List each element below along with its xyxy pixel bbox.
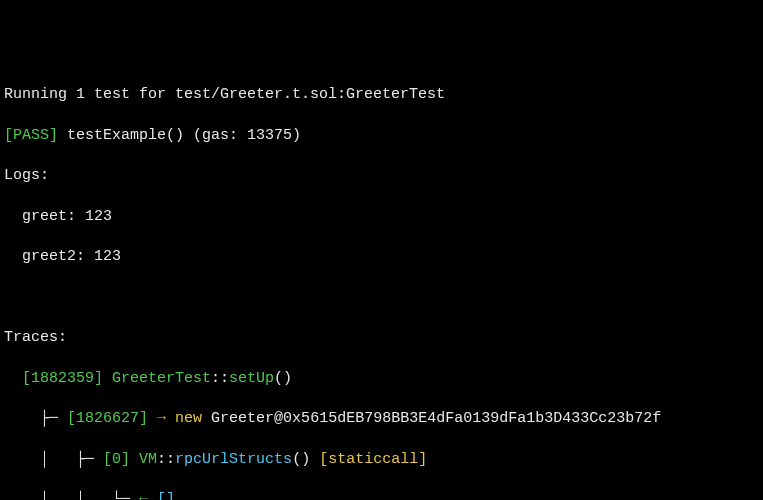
sep: :: — [157, 451, 175, 468]
fn: setUp — [229, 370, 274, 387]
logs-title: Logs: — [4, 166, 759, 186]
gas: [0] — [103, 451, 130, 468]
staticcall: [staticcall] — [319, 451, 427, 468]
pass-line: [PASS] testExample() (gas: 13375) — [4, 126, 759, 146]
empty-arr: [] — [157, 491, 175, 500]
trace-return: │ │ └─ ← [] — [4, 490, 759, 500]
pass-gas: (gas: 13375) — [193, 127, 301, 144]
gas: [1882359] — [22, 370, 103, 387]
gas: [1826627] — [67, 410, 148, 427]
pass-fn: testExample() — [67, 127, 184, 144]
trace-vm: │ ├─ [0] VM::rpcUrlStructs() [staticcall… — [4, 450, 759, 470]
arrow: ← — [139, 491, 148, 500]
log-entry: greet2: 123 — [4, 247, 759, 267]
new-target: Greeter@0x5615dEB798BB3E4dFa0139dFa1b3D4… — [211, 410, 661, 427]
contract: GreeterTest — [112, 370, 211, 387]
pass-tag: [PASS] — [4, 127, 58, 144]
trace-new: ├─ [1826627] → new Greeter@0x5615dEB798B… — [4, 409, 759, 429]
fn: rpcUrlStructs — [175, 451, 292, 468]
paren: () — [274, 370, 292, 387]
sep: :: — [211, 370, 229, 387]
vm: VM — [139, 451, 157, 468]
trace-setup: [1882359] GreeterTest::setUp() — [4, 369, 759, 389]
paren: () — [292, 451, 310, 468]
run-header: Running 1 test for test/Greeter.t.sol:Gr… — [4, 85, 759, 105]
arrow: → — [157, 410, 166, 427]
traces-title: Traces: — [4, 328, 759, 348]
new-kw: new — [175, 410, 202, 427]
blank — [4, 288, 759, 308]
log-entry: greet: 123 — [4, 207, 759, 227]
